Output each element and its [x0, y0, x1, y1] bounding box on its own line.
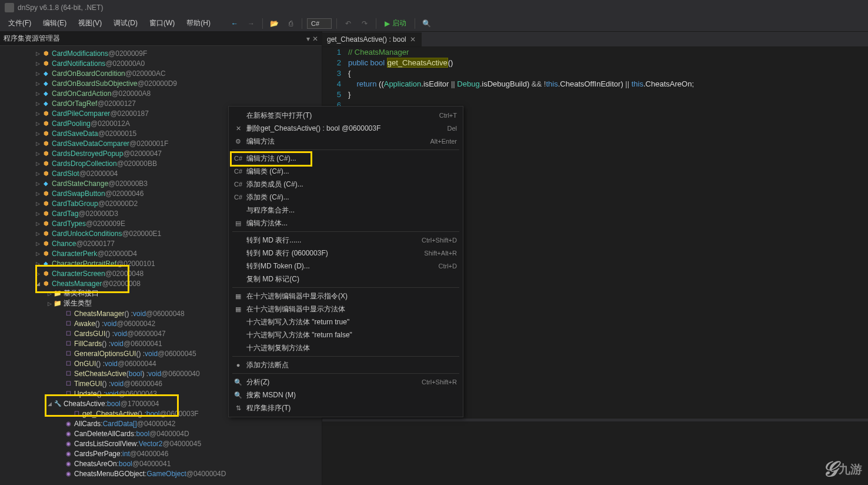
class-icon: ⬢	[41, 190, 51, 198]
class-icon: ⬢	[41, 129, 51, 138]
class-icon: ⬢	[41, 240, 51, 248]
field-icon: ◉	[64, 420, 73, 428]
tree-item[interactable]: ◉CheatsMenuBGObject : GameObject @040000…	[0, 469, 322, 479]
context-menu-item[interactable]: 转到MD Token (D)...Ctrl+D	[229, 260, 463, 273]
method-icon: ☐	[64, 390, 73, 398]
method-icon: ☐	[64, 310, 73, 318]
method-icon: ☐	[64, 340, 73, 348]
context-menu-item[interactable]: C#编辑方法 (C#)...	[229, 152, 463, 165]
tree-item[interactable]: ▷⬢CardModifications @0200009F	[0, 48, 322, 58]
context-menu-item[interactable]: C#添加类成员 (C#)...	[229, 178, 463, 191]
tree-item[interactable]: ◉CardsListScrollView : Vector2 @04000045	[0, 439, 322, 449]
context-menu-item[interactable]: 转到 MD 表行......Ctrl+Shift+D	[229, 234, 463, 247]
class-icon: ⬢	[41, 210, 51, 218]
app-icon	[5, 3, 14, 12]
editor-tab[interactable]: get_CheatsActive() : bool ✕	[322, 32, 422, 46]
struct-icon: ◆	[41, 260, 51, 268]
struct-icon: ◆	[41, 89, 51, 98]
struct-icon: ◆	[41, 69, 51, 78]
struct-icon: ◆	[41, 99, 51, 108]
class-icon: ⬢	[41, 109, 51, 118]
tree-item[interactable]: ◉AllCards : CardData[] @04000042	[0, 418, 322, 428]
menu-help[interactable]: 帮助(H)	[181, 16, 216, 31]
context-menu-item[interactable]: ✕删除get_CheatsActive() : bool @0600003FDe…	[229, 122, 463, 135]
struct-icon: ◆	[41, 180, 51, 188]
open-icon[interactable]: 📂	[268, 17, 281, 30]
class-icon: ⬢	[41, 170, 51, 178]
menu-view[interactable]: 视图(V)	[72, 16, 108, 31]
tree-item[interactable]: ▷◆CardOnBoardCondition @020000AC	[0, 68, 322, 78]
context-menu-item[interactable]: ⚙编辑方法Alt+Enter	[229, 135, 463, 148]
struct-icon: ◆	[41, 79, 51, 88]
app-title: dnSpy v6.1.8 (64-bit, .NET)	[18, 4, 103, 12]
class-icon: ⬢	[41, 220, 51, 228]
method-icon: ☐	[64, 320, 73, 328]
context-menu-item[interactable]: ●添加方法断点	[229, 358, 463, 371]
menu-window[interactable]: 窗口(W)	[143, 16, 181, 31]
close-tab-icon[interactable]: ✕	[410, 35, 417, 44]
method-icon: ☐	[72, 410, 81, 418]
method-icon: ☐	[64, 380, 73, 388]
class-icon: ⬢	[41, 280, 51, 288]
menu-debug[interactable]: 调试(D)	[108, 16, 143, 31]
context-menu-item[interactable]: C#添加类 (C#)...	[229, 191, 463, 204]
watermark: 𝒢九游	[821, 457, 862, 481]
panel-title: 程序集资源管理器	[4, 34, 60, 44]
context-menu-item[interactable]: ⇅程序集排序(T)	[229, 401, 463, 414]
class-icon: ⬢	[41, 49, 51, 58]
method-icon: ☐	[64, 370, 73, 378]
context-menu-item[interactable]: 🔍搜索 MSDN (M)	[229, 388, 463, 401]
context-menu-item[interactable]: ▦在十六进制编辑器中显示指令(X)	[229, 290, 463, 303]
menu-file[interactable]: 文件(F)	[2, 16, 37, 31]
bottom-panel-divider[interactable]	[322, 418, 868, 421]
field-icon: ◉	[64, 460, 73, 468]
tree-item[interactable]: ◉CardsPerPage : int @04000046	[0, 449, 322, 459]
close-panel-icon[interactable]: ✕	[312, 35, 318, 43]
save-icon[interactable]: ⎙	[284, 17, 297, 30]
search-icon[interactable]: 🔍	[420, 17, 433, 30]
menu-edit[interactable]: 编辑(E)	[37, 16, 72, 31]
folder-icon: 📁	[53, 290, 62, 298]
method-icon: ☐	[64, 360, 73, 368]
context-menu-item[interactable]: 🔍分析(Z)Ctrl+Shift+R	[229, 376, 463, 388]
context-menu-item[interactable]: 十六进制复制方法体	[229, 341, 463, 354]
pin-icon[interactable]: ▾	[306, 35, 310, 43]
language-select[interactable]: C#	[307, 18, 332, 29]
wrench-icon: 🔧	[53, 400, 62, 408]
class-icon: ⬢	[41, 270, 51, 278]
tree-item[interactable]: ▷◆CardOnCardAction @020000A8	[0, 88, 322, 98]
nav-back-icon[interactable]: ←	[228, 17, 241, 30]
tree-item[interactable]: ▷◆CardOnBoardSubObjective @020000D9	[0, 78, 322, 88]
class-icon: ⬢	[41, 59, 51, 68]
context-menu-item[interactable]: 在新标签页中打开(T)Ctrl+T	[229, 109, 463, 122]
context-menu-item[interactable]: C#编辑类 (C#)...	[229, 165, 463, 178]
undo-icon[interactable]: ↶	[342, 17, 355, 30]
context-menu-item[interactable]: 十六进制写入方法体 "return false"	[229, 328, 463, 341]
tree-item[interactable]: ◉CanDeleteAllCards : bool @0400004D	[0, 428, 322, 439]
class-icon: ⬢	[41, 150, 51, 158]
class-icon: ⬢	[41, 230, 51, 238]
context-menu-item[interactable]: ▤编辑方法体...	[229, 217, 463, 230]
menubar: 文件(F) 编辑(E) 视图(V) 调试(D) 窗口(W) 帮助(H) ← → …	[0, 15, 868, 32]
context-menu[interactable]: 在新标签页中打开(T)Ctrl+T✕删除get_CheatsActive() :…	[228, 106, 463, 417]
class-icon: ⬢	[41, 139, 51, 148]
context-menu-item[interactable]: 十六进制写入方法体 "return true"	[229, 315, 463, 328]
tree-item[interactable]: ◉CheatsAreOn : bool @04000041	[0, 459, 322, 469]
context-menu-item[interactable]: ▦在十六进制编辑器中显示方法体	[229, 303, 463, 315]
context-menu-item[interactable]: 转到 MD 表行 (0600003F)Shift+Alt+R	[229, 247, 463, 260]
titlebar: dnSpy v6.1.8 (64-bit, .NET)	[0, 0, 868, 15]
redo-icon[interactable]: ↷	[358, 17, 371, 30]
start-button[interactable]: ▶ 启动	[381, 17, 410, 29]
context-menu-item[interactable]: 复制 MD 标记(C)	[229, 273, 463, 285]
field-icon: ◉	[64, 450, 73, 458]
nav-forward-icon[interactable]: →	[245, 17, 258, 30]
class-icon: ⬢	[41, 160, 51, 168]
class-icon: ⬢	[41, 119, 51, 128]
tree-item[interactable]: ▷⬢CardNotifications @020000A0	[0, 58, 322, 68]
method-icon: ☐	[64, 350, 73, 358]
method-icon: ☐	[64, 330, 73, 338]
field-icon: ◉	[64, 440, 73, 448]
class-icon: ⬢	[41, 200, 51, 208]
folder-icon: 📁	[53, 300, 62, 308]
context-menu-item[interactable]: 与程序集合并...	[229, 204, 463, 217]
